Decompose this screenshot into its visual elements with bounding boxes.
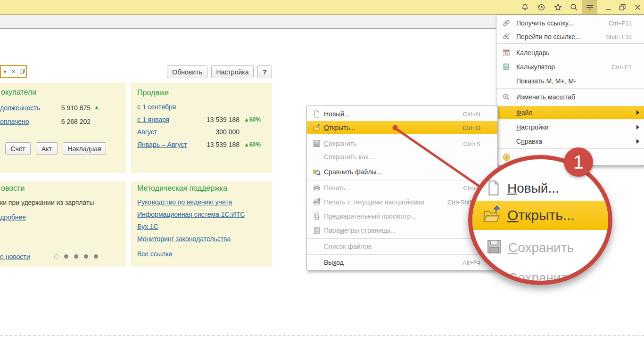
paid-value: 6 268 202 <box>52 118 91 125</box>
support-panel-title: Методическая поддержка <box>137 184 227 193</box>
menu-item-exit[interactable]: Выход Alt+F4 <box>307 256 497 269</box>
windows-icon <box>19 68 25 75</box>
august-value: 300 000 <box>192 128 239 136</box>
customers-panel-title: окупатели <box>1 88 36 97</box>
january-august-delta: ▲60% <box>244 141 261 148</box>
form-mini-toolbar: ▾ ✕ <box>0 65 27 78</box>
pager-dot-active[interactable] <box>54 254 58 259</box>
paid-link[interactable]: оплачено <box>0 118 29 125</box>
menu-separator <box>307 254 497 255</box>
since-september-link[interactable]: с 1 сентября <box>137 103 176 111</box>
accounting-guide-link[interactable]: Руководство по ведению учета <box>137 198 232 206</box>
news-panel: овости ки при удержании из зарплаты дроб… <box>0 181 126 267</box>
menu-separator <box>307 238 497 239</box>
august-link[interactable]: Август <box>137 128 157 136</box>
help-button[interactable]: ? <box>257 65 272 78</box>
menu-item-compare-files[interactable]: Сравнить файлы... <box>307 165 497 179</box>
restore-button[interactable] <box>615 0 630 14</box>
close-icon <box>633 3 642 12</box>
menu-item-save[interactable]: Сохранить Ctrl+S <box>307 137 497 150</box>
sales-panel-title: Продажи <box>137 89 169 97</box>
pager-dot[interactable] <box>84 254 88 259</box>
act-button[interactable]: Акт <box>36 142 58 155</box>
menu-separator <box>496 148 644 149</box>
history-button[interactable] <box>534 0 549 14</box>
refresh-button[interactable]: Обновить <box>167 65 207 78</box>
january-august-link[interactable]: Январь – Август <box>137 141 187 148</box>
link-icon <box>502 19 511 27</box>
menu-item-settings[interactable]: Настройки <box>496 120 644 134</box>
main-menu-icon <box>585 2 594 12</box>
menu-item-calendar[interactable]: 31 Календарь <box>496 46 644 60</box>
menu-item-print[interactable]: Печать... Ctrl+P <box>307 181 497 195</box>
pager-dot[interactable] <box>74 254 78 259</box>
all-links-link[interactable]: Все ссылки <box>137 250 172 258</box>
goto-link-icon <box>502 33 511 41</box>
menu-item-goto-link[interactable]: Перейти по ссылке... Shift+F11 <box>496 30 644 44</box>
menu-item-file-list[interactable]: Список файлов <box>307 240 497 253</box>
news-headline: ки при удержании из зарплаты <box>0 199 94 206</box>
title-bar <box>0 0 644 15</box>
dropdown-button[interactable]: ▾ <box>1 66 9 77</box>
menu-item-help[interactable]: Справка <box>496 134 644 148</box>
debt-link[interactable]: долженность <box>0 104 40 112</box>
invoice-button[interactable]: Счет <box>5 142 31 155</box>
open-folder-icon <box>482 205 503 228</box>
open-in-window-button[interactable] <box>18 66 26 77</box>
menu-item-save-as[interactable]: Сохранить как... <box>307 150 497 163</box>
callout-item-open: Открыть... <box>472 201 608 230</box>
menu-item-calculator[interactable]: Калькулятор Ctrl+F2 <box>496 60 644 74</box>
menu-item-change-zoom[interactable]: Изменить масштаб <box>496 90 644 104</box>
global-search-button[interactable] <box>566 0 582 14</box>
menu-item-print-current[interactable]: Печать с текущими настройками Ctrl+Shift… <box>307 195 497 209</box>
magnifier-callout: Новый... Открыть... Сохранить Сохранить … <box>468 155 612 285</box>
notifications-button[interactable] <box>517 0 533 14</box>
support-panel: Методическая поддержка Руководство по ве… <box>131 181 272 267</box>
menu-separator <box>496 43 644 44</box>
svg-text:31: 31 <box>504 52 508 55</box>
save-icon <box>313 139 321 148</box>
waybill-button[interactable]: Накладная <box>63 142 106 155</box>
law-monitoring-link[interactable]: Мониторинг законодательства <box>137 235 231 243</box>
news-pager <box>54 254 98 259</box>
submenu-arrow-icon <box>636 110 639 115</box>
its-system-link[interactable]: Информационная система 1С:ИТС <box>137 211 245 218</box>
menu-item-new[interactable]: Новый... Ctrl+N <box>307 107 497 121</box>
all-news-link[interactable]: е новости <box>0 253 30 260</box>
since-january-link[interactable]: с 1 января <box>137 116 169 123</box>
step-badge: 1 <box>564 147 593 177</box>
sales-panel: Продажи с 1 сентября с 1 января 13 539 1… <box>131 82 272 173</box>
svg-text:i: i <box>506 155 507 160</box>
bell-icon <box>520 3 529 12</box>
menu-separator <box>307 180 497 180</box>
search-icon <box>570 3 578 12</box>
submenu-arrow-icon <box>636 125 639 130</box>
debt-value: 5 910 875 <box>52 104 91 112</box>
settings-button[interactable]: Настройка <box>211 65 254 78</box>
menu-item-open[interactable]: Открыть... Ctrl+O <box>307 121 497 134</box>
pager-dot[interactable] <box>64 254 68 259</box>
close-form-button[interactable]: ✕ <box>9 66 18 77</box>
compare-icon <box>313 168 321 176</box>
star-icon <box>553 3 562 12</box>
minimize-icon <box>604 3 613 12</box>
history-icon <box>537 3 546 12</box>
menu-item-get-link[interactable]: Получить ссылку... Ctrl+F11 <box>496 16 644 30</box>
main-menu-button[interactable] <box>582 0 597 14</box>
favorites-button[interactable] <box>550 0 566 14</box>
minimize-button[interactable] <box>601 0 616 14</box>
pager-dot[interactable] <box>94 254 98 259</box>
up-triangle-icon: ▲ <box>94 104 99 111</box>
main-menu-popup: Получить ссылку... Ctrl+F11 Перейти по с… <box>496 15 644 166</box>
file-submenu-popup: Новый... Ctrl+N Открыть... Ctrl+O Сохран… <box>306 106 498 270</box>
submenu-arrow-icon <box>636 139 639 144</box>
close-button[interactable] <box>630 0 644 14</box>
info-icon: i <box>502 153 511 162</box>
print-settings-icon <box>313 198 321 206</box>
menu-item-show-m[interactable]: Показать М, М+, М- <box>496 74 644 88</box>
news-more-link[interactable]: дробнее <box>0 213 26 221</box>
menu-item-file[interactable]: Файл <box>496 106 644 119</box>
new-file-icon <box>485 179 503 199</box>
buh1c-link[interactable]: Бух.1С <box>137 223 158 230</box>
save-icon <box>486 238 503 257</box>
